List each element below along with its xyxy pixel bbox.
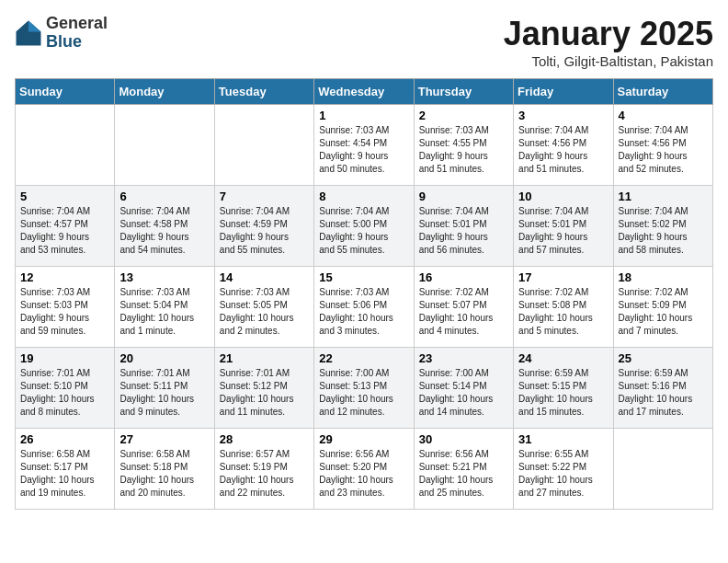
col-header-friday: Friday bbox=[514, 79, 613, 105]
day-info: Sunrise: 7:03 AM Sunset: 5:03 PM Dayligh… bbox=[20, 286, 109, 338]
day-number: 3 bbox=[518, 109, 608, 122]
day-info: Sunrise: 6:58 AM Sunset: 5:17 PM Dayligh… bbox=[20, 448, 109, 500]
day-info: Sunrise: 7:04 AM Sunset: 5:00 PM Dayligh… bbox=[319, 205, 408, 257]
day-number: 28 bbox=[220, 432, 309, 446]
day-number: 25 bbox=[619, 351, 708, 365]
day-number: 22 bbox=[319, 351, 408, 365]
col-header-tuesday: Tuesday bbox=[214, 79, 313, 105]
calendar-cell: 2Sunrise: 7:03 AM Sunset: 4:55 PM Daylig… bbox=[414, 105, 513, 186]
day-info: Sunrise: 7:04 AM Sunset: 5:02 PM Dayligh… bbox=[619, 205, 708, 257]
day-number: 8 bbox=[319, 190, 408, 203]
logo-icon bbox=[15, 19, 42, 47]
day-info: Sunrise: 7:04 AM Sunset: 4:56 PM Dayligh… bbox=[619, 124, 708, 176]
day-number: 26 bbox=[20, 432, 109, 446]
calendar-cell bbox=[16, 105, 115, 186]
calendar-cell bbox=[214, 105, 313, 186]
day-info: Sunrise: 6:59 AM Sunset: 5:15 PM Dayligh… bbox=[518, 367, 608, 419]
day-info: Sunrise: 7:01 AM Sunset: 5:12 PM Dayligh… bbox=[220, 367, 309, 419]
svg-marker-1 bbox=[28, 20, 41, 31]
day-info: Sunrise: 7:01 AM Sunset: 5:11 PM Dayligh… bbox=[119, 367, 209, 419]
month-title: January 2025 bbox=[504, 15, 713, 53]
day-number: 9 bbox=[419, 190, 508, 203]
title-block: January 2025 Tolti, Gilgit-Baltistan, Pa… bbox=[504, 15, 713, 69]
page-header: General Blue January 2025 Tolti, Gilgit-… bbox=[15, 15, 713, 69]
logo-blue: Blue bbox=[46, 33, 108, 52]
calendar-cell: 26Sunrise: 6:58 AM Sunset: 5:17 PM Dayli… bbox=[16, 429, 115, 510]
day-info: Sunrise: 6:58 AM Sunset: 5:18 PM Dayligh… bbox=[119, 448, 209, 500]
logo-general: General bbox=[46, 15, 108, 33]
day-info: Sunrise: 7:03 AM Sunset: 5:04 PM Dayligh… bbox=[119, 286, 209, 338]
calendar-cell: 31Sunrise: 6:55 AM Sunset: 5:22 PM Dayli… bbox=[514, 429, 613, 510]
week-row-2: 5Sunrise: 7:04 AM Sunset: 4:57 PM Daylig… bbox=[16, 186, 713, 267]
calendar-cell: 21Sunrise: 7:01 AM Sunset: 5:12 PM Dayli… bbox=[214, 348, 313, 429]
day-number: 31 bbox=[518, 432, 608, 446]
day-number: 21 bbox=[220, 351, 309, 365]
calendar-cell: 15Sunrise: 7:03 AM Sunset: 5:06 PM Dayli… bbox=[314, 267, 414, 348]
calendar-cell: 1Sunrise: 7:03 AM Sunset: 4:54 PM Daylig… bbox=[314, 105, 414, 186]
day-info: Sunrise: 7:04 AM Sunset: 5:01 PM Dayligh… bbox=[419, 205, 508, 257]
day-number: 6 bbox=[119, 190, 209, 203]
week-row-4: 19Sunrise: 7:01 AM Sunset: 5:10 PM Dayli… bbox=[16, 348, 713, 429]
day-number: 11 bbox=[619, 190, 708, 203]
calendar-cell: 22Sunrise: 7:00 AM Sunset: 5:13 PM Dayli… bbox=[314, 348, 414, 429]
day-number: 19 bbox=[20, 351, 109, 365]
day-info: Sunrise: 7:02 AM Sunset: 5:09 PM Dayligh… bbox=[619, 286, 708, 338]
calendar-cell: 9Sunrise: 7:04 AM Sunset: 5:01 PM Daylig… bbox=[414, 186, 513, 267]
day-number: 27 bbox=[119, 432, 209, 446]
calendar-cell: 13Sunrise: 7:03 AM Sunset: 5:04 PM Dayli… bbox=[115, 267, 214, 348]
day-info: Sunrise: 7:00 AM Sunset: 5:14 PM Dayligh… bbox=[419, 367, 508, 419]
calendar-cell: 25Sunrise: 6:59 AM Sunset: 5:16 PM Dayli… bbox=[613, 348, 712, 429]
logo-text: General Blue bbox=[46, 15, 108, 52]
day-number: 30 bbox=[419, 432, 508, 446]
day-info: Sunrise: 6:56 AM Sunset: 5:20 PM Dayligh… bbox=[319, 448, 408, 500]
svg-marker-2 bbox=[17, 20, 29, 31]
calendar-cell: 16Sunrise: 7:02 AM Sunset: 5:07 PM Dayli… bbox=[414, 267, 513, 348]
day-number: 20 bbox=[119, 351, 209, 365]
day-info: Sunrise: 7:02 AM Sunset: 5:08 PM Dayligh… bbox=[518, 286, 608, 338]
calendar-cell: 27Sunrise: 6:58 AM Sunset: 5:18 PM Dayli… bbox=[115, 429, 214, 510]
day-number: 24 bbox=[518, 351, 608, 365]
day-info: Sunrise: 7:04 AM Sunset: 4:58 PM Dayligh… bbox=[119, 205, 209, 257]
calendar: SundayMondayTuesdayWednesdayThursdayFrid… bbox=[15, 78, 713, 510]
day-number: 1 bbox=[319, 109, 408, 122]
day-info: Sunrise: 6:57 AM Sunset: 5:19 PM Dayligh… bbox=[220, 448, 309, 500]
day-number: 2 bbox=[419, 109, 508, 122]
day-info: Sunrise: 7:04 AM Sunset: 5:01 PM Dayligh… bbox=[518, 205, 608, 257]
col-header-wednesday: Wednesday bbox=[314, 79, 414, 105]
calendar-cell: 28Sunrise: 6:57 AM Sunset: 5:19 PM Dayli… bbox=[214, 429, 313, 510]
day-info: Sunrise: 7:04 AM Sunset: 4:59 PM Dayligh… bbox=[220, 205, 309, 257]
day-info: Sunrise: 6:59 AM Sunset: 5:16 PM Dayligh… bbox=[619, 367, 708, 419]
calendar-cell: 30Sunrise: 6:56 AM Sunset: 5:21 PM Dayli… bbox=[414, 429, 513, 510]
day-info: Sunrise: 7:01 AM Sunset: 5:10 PM Dayligh… bbox=[20, 367, 109, 419]
day-info: Sunrise: 7:04 AM Sunset: 4:56 PM Dayligh… bbox=[518, 124, 608, 176]
day-info: Sunrise: 6:55 AM Sunset: 5:22 PM Dayligh… bbox=[518, 448, 608, 500]
day-number: 16 bbox=[419, 270, 508, 284]
day-number: 12 bbox=[20, 270, 109, 284]
calendar-cell: 23Sunrise: 7:00 AM Sunset: 5:14 PM Dayli… bbox=[414, 348, 513, 429]
day-number: 15 bbox=[319, 270, 408, 284]
calendar-cell: 17Sunrise: 7:02 AM Sunset: 5:08 PM Dayli… bbox=[514, 267, 613, 348]
col-header-sunday: Sunday bbox=[16, 79, 115, 105]
day-number: 23 bbox=[419, 351, 508, 365]
logo: General Blue bbox=[15, 15, 108, 52]
week-row-1: 1Sunrise: 7:03 AM Sunset: 4:54 PM Daylig… bbox=[16, 105, 713, 186]
day-number: 18 bbox=[619, 270, 708, 284]
day-info: Sunrise: 7:03 AM Sunset: 4:55 PM Dayligh… bbox=[419, 124, 508, 176]
calendar-cell: 8Sunrise: 7:04 AM Sunset: 5:00 PM Daylig… bbox=[314, 186, 414, 267]
day-number: 5 bbox=[20, 190, 109, 203]
day-info: Sunrise: 7:03 AM Sunset: 5:06 PM Dayligh… bbox=[319, 286, 408, 338]
calendar-cell: 5Sunrise: 7:04 AM Sunset: 4:57 PM Daylig… bbox=[16, 186, 115, 267]
calendar-cell: 11Sunrise: 7:04 AM Sunset: 5:02 PM Dayli… bbox=[613, 186, 712, 267]
calendar-header-row: SundayMondayTuesdayWednesdayThursdayFrid… bbox=[16, 79, 713, 105]
calendar-cell: 12Sunrise: 7:03 AM Sunset: 5:03 PM Dayli… bbox=[16, 267, 115, 348]
week-row-5: 26Sunrise: 6:58 AM Sunset: 5:17 PM Dayli… bbox=[16, 429, 713, 510]
day-info: Sunrise: 7:03 AM Sunset: 5:05 PM Dayligh… bbox=[220, 286, 309, 338]
calendar-cell: 19Sunrise: 7:01 AM Sunset: 5:10 PM Dayli… bbox=[16, 348, 115, 429]
day-number: 7 bbox=[220, 190, 309, 203]
calendar-cell: 18Sunrise: 7:02 AM Sunset: 5:09 PM Dayli… bbox=[613, 267, 712, 348]
calendar-cell: 20Sunrise: 7:01 AM Sunset: 5:11 PM Dayli… bbox=[115, 348, 214, 429]
day-info: Sunrise: 7:02 AM Sunset: 5:07 PM Dayligh… bbox=[419, 286, 508, 338]
calendar-cell: 6Sunrise: 7:04 AM Sunset: 4:58 PM Daylig… bbox=[115, 186, 214, 267]
calendar-cell: 4Sunrise: 7:04 AM Sunset: 4:56 PM Daylig… bbox=[613, 105, 712, 186]
calendar-cell: 10Sunrise: 7:04 AM Sunset: 5:01 PM Dayli… bbox=[514, 186, 613, 267]
